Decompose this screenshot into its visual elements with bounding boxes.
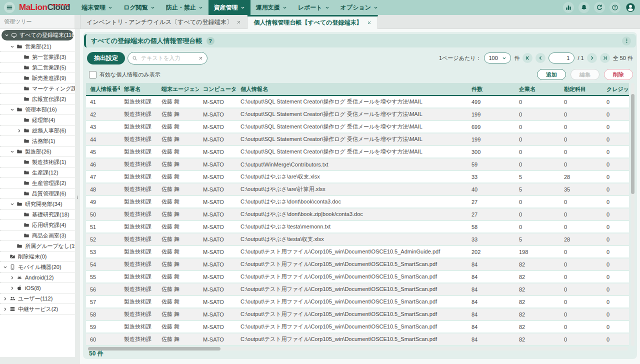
column-header[interactable]: コンピューター名 xyxy=(199,83,236,95)
clear-search-icon[interactable] xyxy=(198,56,203,60)
table-row[interactable]: 42製造技術課佐藤 舞M-SATOC:\output\SQL Statement… xyxy=(86,108,629,121)
checkbox[interactable] xyxy=(89,71,96,78)
tree-item[interactable]: 製造技術課(1) xyxy=(0,157,75,168)
tree-item[interactable]: すべての登録端末(116) xyxy=(2,30,74,40)
refresh-icon[interactable] xyxy=(594,2,605,13)
extract-settings-button[interactable]: 抽出設定 xyxy=(87,52,125,64)
chevron-down-icon[interactable] xyxy=(10,202,14,206)
tab-inventory-antivirus[interactable]: インベントリ - アンチウイルス〔すべての登録端末〕 xyxy=(80,15,248,29)
column-header[interactable]: 件数 xyxy=(468,83,515,95)
delete-button[interactable]: 削除 xyxy=(604,69,633,80)
column-header[interactable]: 勘定科目 xyxy=(560,83,602,95)
column-header[interactable]: 個人情報番号 xyxy=(86,83,120,95)
tree-item[interactable]: 営業部(21) xyxy=(0,42,75,52)
tree-item[interactable]: 広報宣伝課(2) xyxy=(0,94,75,104)
edit-button[interactable]: 編集 xyxy=(570,69,600,80)
chevron-down-icon[interactable] xyxy=(10,44,14,49)
search-input[interactable] xyxy=(140,54,196,62)
column-header[interactable]: クレジット xyxy=(602,83,629,95)
table-row[interactable]: 59製造技術課佐藤 舞M-SATOC:\output\テスト用ファイル\Corp… xyxy=(86,321,629,334)
vertical-scrollbar-thumb[interactable] xyxy=(631,94,634,194)
tree-item[interactable]: 品質管理課(6) xyxy=(0,188,75,199)
tree-item[interactable]: 販売推進課(9) xyxy=(0,73,75,84)
column-header[interactable]: 部署名 xyxy=(120,83,158,95)
nav-item-2[interactable]: 防止・禁止 xyxy=(160,0,208,15)
last-page-button[interactable] xyxy=(600,53,610,63)
tree-item[interactable]: 商品企画室(3) xyxy=(0,230,75,241)
table-row[interactable]: 56製造技術課佐藤 舞M-SATOC:\output\テスト用ファイル\Corp… xyxy=(86,284,629,296)
horizontal-scrollbar-thumb[interactable] xyxy=(88,347,220,350)
close-icon[interactable] xyxy=(367,20,372,25)
nav-item-4[interactable]: 運用支援 xyxy=(250,0,292,15)
tree-item[interactable]: iOS(8) xyxy=(0,283,75,294)
horizontal-scrollbar[interactable] xyxy=(87,347,628,350)
table-row[interactable]: 50製造技術課佐藤 舞M-SATOC:\output\はやぶさ\dont\boo… xyxy=(86,208,629,221)
table-row[interactable]: 49製造技術課佐藤 舞M-SATOC:\output\はやぶさ\dont\boo… xyxy=(86,196,629,208)
tree-item[interactable]: 生産管理課(2) xyxy=(0,178,75,188)
add-button[interactable]: 追加 xyxy=(537,69,566,80)
account-icon[interactable] xyxy=(625,2,636,13)
chevron-right-icon[interactable] xyxy=(10,286,14,290)
tree-item[interactable]: 第一営業課(3) xyxy=(0,52,75,62)
chevron-right-icon[interactable] xyxy=(17,128,22,133)
chevron-right-icon[interactable] xyxy=(10,276,14,280)
tree-item[interactable]: モバイル機器(20) xyxy=(0,262,75,272)
table-row[interactable]: 57製造技術課佐藤 舞M-SATOC:\output\テスト用ファイル\Corp… xyxy=(86,296,629,308)
table-row[interactable]: 43製造技術課佐藤 舞M-SATOC:\output\SQL Statement… xyxy=(86,121,629,134)
chart-icon[interactable] xyxy=(563,2,574,13)
nav-item-6[interactable]: オプション xyxy=(335,0,384,15)
per-page-select[interactable]: 100 xyxy=(484,52,511,64)
chevron-down-icon[interactable] xyxy=(3,265,8,270)
chevron-down-icon[interactable] xyxy=(10,108,14,112)
nav-item-3[interactable]: 資産管理 xyxy=(208,0,250,15)
nav-item-5[interactable]: レポート xyxy=(292,0,335,15)
column-header[interactable]: 個人情報名 xyxy=(236,83,468,95)
table-row[interactable]: 47製造技術課佐藤 舞M-SATOC:\output\はやぶさ\are\収支.x… xyxy=(86,171,629,184)
tree-item[interactable]: 応用研究課(4) xyxy=(0,220,75,230)
kebab-menu-icon[interactable] xyxy=(622,36,631,46)
table-row[interactable]: 45製造技術課佐藤 舞M-SATOC:\output\SQL Statement… xyxy=(86,146,629,158)
table-row[interactable]: 51製造技術課佐藤 舞M-SATOC:\output\はやぶさ\testa\me… xyxy=(86,221,629,234)
prev-page-button[interactable] xyxy=(536,53,546,63)
table-row[interactable]: 44製造技術課佐藤 舞M-SATOC:\output\SQL Statement… xyxy=(86,134,629,146)
table-row[interactable]: 53製造技術課佐藤 舞M-SATOC:\output\テスト用ファイル\Corp… xyxy=(86,246,629,258)
close-icon[interactable] xyxy=(236,20,241,24)
tree-item[interactable]: 生産課(12) xyxy=(0,168,75,178)
tree-item[interactable]: ユーザー(112) xyxy=(0,294,75,304)
column-header[interactable]: 端末エージェント名 xyxy=(158,83,199,95)
bell-icon[interactable] xyxy=(578,2,590,13)
table-row[interactable]: 46製造技術課佐藤 舞M-SATOC:\output\WinMerge\Cont… xyxy=(86,158,629,171)
chevron-right-icon[interactable] xyxy=(3,296,8,301)
tree-item[interactable]: 法務部(1) xyxy=(0,136,75,146)
tree-item[interactable]: 削除端末(0) xyxy=(0,252,75,262)
tree-item[interactable]: 経理部(4) xyxy=(0,115,75,126)
tree-item[interactable]: マーケティング課(2) xyxy=(0,84,75,94)
next-page-button[interactable] xyxy=(587,53,597,63)
chevron-right-icon[interactable] xyxy=(3,307,8,312)
nav-item-0[interactable]: 端末管理 xyxy=(76,0,118,15)
tree-item[interactable]: 第二営業課(5) xyxy=(0,62,75,73)
tab-personal-info-ledger[interactable]: 個人情報管理台帳【すべての登録端末】 xyxy=(248,15,378,29)
table-row[interactable]: 55製造技術課佐藤 舞M-SATOC:\output\テスト用ファイル\Corp… xyxy=(86,271,629,284)
tree-item[interactable]: 製造部(26) xyxy=(0,146,75,157)
tree-item[interactable]: 所属グループなし(19) xyxy=(0,241,75,252)
table-row[interactable]: 60製造技術課佐藤 舞M-SATOC:\output\テスト用ファイル\Corp… xyxy=(86,334,629,346)
help-icon[interactable]: ? xyxy=(610,2,620,13)
chevron-down-icon[interactable] xyxy=(4,33,9,38)
table-row[interactable]: 54製造技術課佐藤 舞M-SATOC:\output\テスト用ファイル\Corp… xyxy=(86,258,629,271)
column-header[interactable]: 企業名 xyxy=(515,83,560,95)
table-row[interactable]: 58製造技術課佐藤 舞M-SATOC:\output\テスト用ファイル\Corp… xyxy=(86,308,629,321)
chevron-down-icon[interactable] xyxy=(10,150,14,154)
vertical-scrollbar[interactable] xyxy=(631,83,634,346)
tree-item[interactable]: 管理本部(16) xyxy=(0,104,75,115)
valid-only-filter[interactable]: 有効な個人情報のみ表示 xyxy=(89,71,160,78)
table-row[interactable]: 48製造技術課佐藤 舞M-SATOC:\output\はやぶさ\are\計算用.… xyxy=(86,184,629,196)
search-box[interactable] xyxy=(128,52,208,64)
nav-item-1[interactable]: ログ閲覧 xyxy=(118,0,160,15)
tree-item[interactable]: Android(12) xyxy=(0,272,75,283)
tree-item[interactable]: 中継サービス(2) xyxy=(0,304,75,314)
page-number-input[interactable] xyxy=(548,52,574,64)
help-icon[interactable]: ? xyxy=(206,37,214,45)
table-row[interactable]: 41製造技術課佐藤 舞M-SATOC:\output\SQL Statement… xyxy=(86,96,629,108)
hamburger-menu-icon[interactable] xyxy=(4,2,15,13)
